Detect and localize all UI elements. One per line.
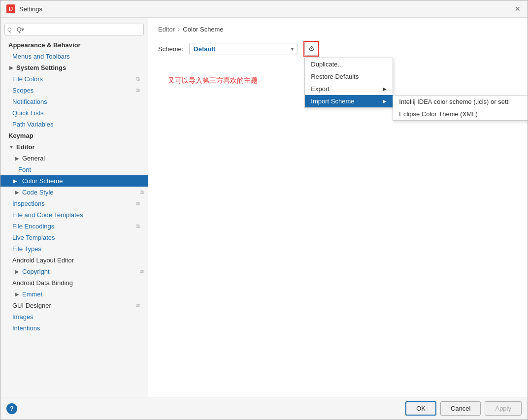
scheme-label: Scheme: [158,45,183,53]
chevron-down-icon: ▼ [8,144,14,150]
sidebar-item-images[interactable]: Images [0,311,148,323]
sidebar-group-emmet[interactable]: ▶ Emmet [0,289,148,300]
ok-button[interactable]: OK [405,401,436,416]
sidebar-group-general[interactable]: ▶ General [0,153,148,164]
bottom-buttons: OK Cancel Apply [405,401,522,416]
breadcrumb-separator: › [178,26,180,33]
gear-button[interactable]: ⚙ [304,42,318,56]
chevron-right-icon: ▶ [14,291,20,297]
sidebar-item-intentions[interactable]: Intentions [0,323,148,334]
main-content: Q Appearance & Behavior Menus and Toolba… [0,18,528,397]
search-input[interactable] [4,24,144,35]
dropdown-item-duplicate[interactable]: Duplicate... [305,58,393,70]
dropdown-outer-box: ⚙ Duplicate... Restore Defaults Export ▶ [303,41,319,57]
apply-button[interactable]: Apply [485,401,522,416]
chevron-right-icon: ▶ [14,156,20,162]
submenu-item-eclipse[interactable]: Eclipse Color Theme (XML) [393,108,528,120]
content-area: Editor › Color Scheme Scheme: Default ▼ … [148,18,528,397]
import-scheme-row: Import Scheme ▶ Intellij IDEA color sche… [305,95,393,107]
sidebar-item-menus[interactable]: Menus and Toolbars [0,51,148,62]
settings-window: IJ Settings ✕ Q Appearance & Behavior Me… [0,0,528,420]
window-title: Settings [19,5,42,13]
sidebar-group-system[interactable]: ▶ System Settings [0,62,148,73]
copy-icon: ⧉ [140,189,144,195]
sidebar-item-scopes[interactable]: Scopes ⧉ [0,85,148,96]
breadcrumb-current: Color Scheme [183,26,223,33]
dropdown-item-export[interactable]: Export ▶ [305,83,393,95]
copy-icon: ⧉ [136,223,140,229]
sidebar-item-file-code-templates[interactable]: File and Code Templates [0,209,148,221]
bottom-bar: ? OK Cancel Apply [0,397,528,420]
sidebar-item-notifications[interactable]: Notifications [0,96,148,107]
sidebar-item-inspections[interactable]: Inspections ⧉ [0,198,148,209]
copy-icon: ⧉ [136,76,140,82]
sidebar-item-path-variables[interactable]: Path Variables [0,119,148,130]
sidebar-group-editor[interactable]: ▼ Editor [0,141,148,153]
sidebar-item-android-layout[interactable]: Android Layout Editor [0,255,148,266]
sidebar: Q Appearance & Behavior Menus and Toolba… [0,18,148,397]
dropdown-item-import-scheme[interactable]: Import Scheme ▶ [305,95,393,107]
sidebar-item-android-data-binding[interactable]: Android Data Binding [0,277,148,289]
scheme-select-wrapper: Default ▼ [189,43,297,55]
scheme-row: Scheme: Default ▼ ⚙ Duplicate... [158,41,518,57]
sidebar-section-keymap[interactable]: Keymap [0,130,148,141]
sidebar-item-font[interactable]: Font [0,164,148,175]
cancel-button[interactable]: Cancel [440,401,481,416]
submenu-arrow-icon: ▶ [383,98,387,104]
sidebar-section-appearance: Appearance & Behavior [0,39,148,51]
sidebar-item-color-scheme[interactable]: ▶ Color Scheme [0,175,148,187]
copy-icon: ⧉ [136,200,140,207]
sidebar-item-quick-lists[interactable]: Quick Lists [0,107,148,119]
submenu-item-intellij[interactable]: Intellij IDEA color scheme (.icls) or se… [393,96,528,108]
app-icon: IJ [6,4,15,13]
chevron-right-icon: ▶ [14,269,20,275]
gear-icon: ⚙ [308,45,315,53]
search-icon: Q [7,27,12,32]
submenu-arrow-icon: ▶ [383,86,387,92]
sidebar-group-copyright[interactable]: ▶ Copyright ⧉ [0,266,148,277]
breadcrumb: Editor › Color Scheme [158,26,518,33]
copy-icon: ⧉ [140,268,144,275]
sidebar-group-code-style[interactable]: ▶ Code Style ⧉ [0,187,148,198]
chevron-right-icon: ▶ [8,65,14,71]
sidebar-item-live-templates[interactable]: Live Templates [0,232,148,243]
sidebar-item-file-colors[interactable]: File Colors ⧉ [0,73,148,85]
copy-icon: ⧉ [136,302,140,309]
chevron-right-icon: ▶ [12,178,18,184]
title-bar: IJ Settings ✕ [0,0,528,18]
search-box: Q [4,24,144,35]
dropdown-menu: Duplicate... Restore Defaults Export ▶ I… [304,58,393,108]
dropdown-item-restore[interactable]: Restore Defaults [305,70,393,83]
help-button[interactable]: ? [6,403,17,414]
scheme-select[interactable]: Default [189,43,297,55]
sidebar-item-file-types[interactable]: File Types [0,243,148,255]
close-button[interactable]: ✕ [514,5,522,13]
submenu-import: Intellij IDEA color scheme (.icls) or se… [393,95,528,121]
sidebar-item-file-encodings[interactable]: File Encodings ⧉ [0,221,148,232]
breadcrumb-parent: Editor [158,26,175,33]
copy-icon: ⧉ [136,87,140,94]
title-bar-left: IJ Settings [6,4,42,13]
sidebar-item-gui-designer[interactable]: GUI Designer ⧉ [0,300,148,311]
chevron-right-icon: ▶ [14,190,20,195]
